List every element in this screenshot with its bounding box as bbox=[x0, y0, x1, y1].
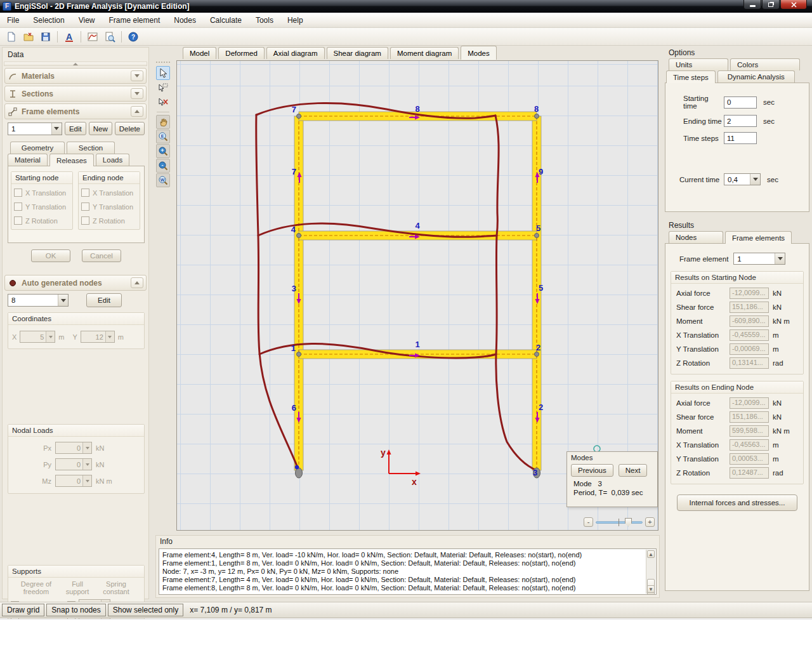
current-time-label: Current time bbox=[665, 176, 724, 183]
model-canvas[interactable]: 7 8 8 4 4 5 1 1 2 7 9 3 5 6 2 3 bbox=[176, 60, 658, 531]
materials-expander[interactable]: Materials bbox=[4, 68, 147, 84]
frame-delete-button[interactable]: Delete bbox=[115, 122, 145, 135]
zoom-in-button[interactable]: + bbox=[156, 144, 170, 158]
info-scrollbar[interactable]: ▲ ▼ bbox=[646, 550, 655, 594]
start-x-translation-checkbox[interactable] bbox=[14, 189, 22, 197]
current-time-select[interactable]: 0,4 bbox=[724, 173, 761, 185]
cancel-button[interactable]: Cancel bbox=[82, 249, 121, 262]
zoom-decrease-button[interactable]: - bbox=[584, 517, 593, 527]
modes-floating-panel[interactable]: Modes Previous Next Mode 3 Period, T= 0,… bbox=[566, 451, 658, 507]
scroll-up-icon[interactable]: ▲ bbox=[647, 550, 655, 558]
tab-units[interactable]: Units bbox=[669, 58, 728, 70]
end-x-translation-checkbox[interactable] bbox=[81, 189, 89, 197]
tab-model[interactable]: Model bbox=[183, 47, 216, 59]
internal-forces-button[interactable]: Internal forces and stresses... bbox=[677, 494, 797, 511]
start-z-rotation-checkbox[interactable] bbox=[14, 216, 22, 225]
new-file-button[interactable] bbox=[4, 29, 19, 44]
py-field[interactable]: 0 bbox=[55, 458, 92, 470]
auto-nodes-expander[interactable]: Auto generated nodes bbox=[4, 275, 147, 291]
frame-elements-expander[interactable]: Frame elements bbox=[4, 103, 147, 119]
chart-button[interactable] bbox=[85, 29, 100, 44]
zoom-increase-button[interactable]: + bbox=[645, 517, 655, 527]
help-button[interactable]: ? bbox=[126, 29, 141, 44]
tab-frame-elements-results[interactable]: Frame elements bbox=[725, 231, 792, 244]
time-steps-input[interactable] bbox=[724, 132, 757, 144]
starting-time-label: Starting time bbox=[665, 95, 724, 110]
tab-section[interactable]: Section bbox=[67, 142, 115, 154]
zoom-slider-track[interactable] bbox=[596, 518, 643, 527]
tab-shear-diagram[interactable]: Shear diagram bbox=[327, 47, 388, 59]
end-y-translation-checkbox[interactable] bbox=[81, 202, 89, 211]
menu-frame-element[interactable]: Frame element bbox=[102, 13, 167, 27]
y-coord-field[interactable]: 12 bbox=[81, 331, 115, 343]
scroll-down-icon[interactable]: ▼ bbox=[647, 585, 655, 593]
results-title: Results bbox=[665, 220, 809, 231]
save-button[interactable] bbox=[38, 29, 53, 44]
show-selected-only-toggle[interactable]: Show selected only bbox=[108, 604, 183, 616]
result-label: Y Translation bbox=[676, 345, 730, 353]
frame-element-select[interactable]: 1 bbox=[8, 123, 62, 135]
auto-node-edit-button[interactable]: Edit bbox=[86, 293, 122, 307]
previous-mode-button[interactable]: Previous bbox=[571, 464, 613, 477]
chevron-down-icon[interactable] bbox=[131, 88, 143, 99]
tab-material[interactable]: Material bbox=[8, 154, 48, 166]
close-button[interactable] bbox=[780, 0, 807, 10]
mz-field[interactable]: 0 bbox=[55, 475, 92, 487]
sections-expander[interactable]: Sections bbox=[4, 86, 147, 102]
tab-loads[interactable]: Loads bbox=[96, 154, 129, 166]
ok-button[interactable]: OK bbox=[31, 249, 70, 262]
px-field[interactable]: 0 bbox=[55, 442, 92, 454]
tab-geometry[interactable]: Geometry bbox=[10, 142, 65, 154]
svg-text:?: ? bbox=[131, 34, 135, 41]
start-y-translation-checkbox[interactable] bbox=[14, 202, 22, 211]
result-frame-element-select[interactable]: 1 bbox=[733, 253, 785, 265]
open-file-button[interactable] bbox=[21, 29, 36, 44]
menu-file[interactable]: File bbox=[0, 13, 26, 27]
preview-button[interactable] bbox=[102, 29, 117, 44]
draw-grid-toggle[interactable]: Draw grid bbox=[2, 604, 44, 616]
menu-tools[interactable]: Tools bbox=[249, 13, 280, 27]
new-document-icon bbox=[6, 31, 17, 43]
tab-deformed[interactable]: Deformed bbox=[218, 47, 265, 59]
menu-help[interactable]: Help bbox=[280, 13, 310, 27]
pan-tool-button[interactable] bbox=[156, 115, 170, 129]
deselect-tool-button[interactable] bbox=[156, 95, 170, 109]
toolstrip-grip[interactable] bbox=[155, 60, 171, 65]
tab-axial-diagram[interactable]: Axial diagram bbox=[266, 47, 325, 59]
tab-colors[interactable]: Colors bbox=[730, 58, 800, 70]
minimize-button[interactable] bbox=[743, 0, 761, 10]
menu-view[interactable]: View bbox=[72, 13, 102, 27]
snap-to-nodes-toggle[interactable]: Snap to nodes bbox=[46, 604, 105, 616]
tab-releases[interactable]: Releases bbox=[49, 154, 94, 166]
tab-modes[interactable]: Modes bbox=[461, 46, 497, 60]
auto-node-select[interactable]: 8 bbox=[8, 294, 69, 307]
menu-nodes[interactable]: Nodes bbox=[167, 13, 203, 27]
frame-edit-button[interactable]: Edit bbox=[65, 122, 86, 135]
rect-select-tool-button[interactable] bbox=[156, 81, 170, 95]
restore-button[interactable] bbox=[762, 0, 780, 10]
font-button[interactable]: A bbox=[62, 29, 77, 44]
zoom-extents-button[interactable]: E bbox=[156, 129, 170, 143]
collapsed-splitter[interactable] bbox=[4, 62, 147, 66]
chevron-up-icon[interactable] bbox=[131, 277, 143, 288]
starting-time-input[interactable] bbox=[724, 96, 757, 109]
end-z-rotation-checkbox[interactable] bbox=[81, 216, 89, 225]
menu-calculate[interactable]: Calculate bbox=[203, 13, 249, 27]
menu-selection[interactable]: Selection bbox=[26, 13, 71, 27]
chevron-down-icon[interactable] bbox=[131, 70, 143, 81]
zoom-window-button[interactable]: W bbox=[156, 173, 170, 187]
zoom-slider-thumb[interactable] bbox=[625, 518, 632, 527]
ending-time-input[interactable] bbox=[724, 115, 757, 127]
tab-time-steps[interactable]: Time steps bbox=[666, 70, 716, 83]
info-textbox[interactable]: Frame element:4, Length= 8 m, Ver. load=… bbox=[159, 548, 657, 595]
tab-nodes-results[interactable]: Nodes bbox=[669, 231, 723, 243]
x-coord-field[interactable]: 5 bbox=[20, 331, 55, 343]
frame-new-button[interactable]: New bbox=[89, 122, 112, 135]
zoom-out-button[interactable]: - bbox=[156, 159, 170, 173]
tab-dynamic-analysis[interactable]: Dynamic Analysis bbox=[717, 70, 795, 83]
title-bar[interactable]: F EngiSSol - 2D Frame Analysis [Dynamic … bbox=[0, 0, 812, 13]
chevron-up-icon[interactable] bbox=[131, 106, 143, 117]
next-mode-button[interactable]: Next bbox=[619, 464, 648, 477]
tab-moment-diagram[interactable]: Moment diagram bbox=[390, 47, 459, 59]
select-tool-button[interactable] bbox=[156, 66, 170, 80]
